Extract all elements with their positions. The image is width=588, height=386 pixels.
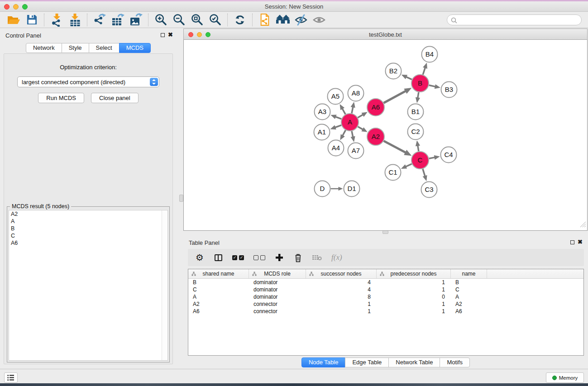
zoom-in-icon[interactable] bbox=[152, 13, 170, 27]
table-header: shared nameMCDS rolesuccessor nodesprede… bbox=[188, 269, 583, 279]
import-table-icon[interactable] bbox=[66, 13, 84, 27]
export-table-icon[interactable] bbox=[109, 13, 127, 27]
column-header-name[interactable]: name bbox=[451, 269, 487, 278]
home-icon[interactable] bbox=[274, 13, 292, 27]
table-row[interactable]: Bdominator41B bbox=[188, 279, 583, 286]
graph-node-label: A2 bbox=[372, 133, 380, 140]
zoom-selected-icon[interactable] bbox=[206, 13, 224, 27]
table-row[interactable]: A6connector11A6 bbox=[188, 308, 583, 315]
graph-edge-A-A1[interactable] bbox=[335, 125, 341, 128]
control-panel-tabs: NetworkStyleSelectMCDS bbox=[0, 43, 177, 53]
table-cell: 1 bbox=[377, 308, 451, 315]
result-item[interactable]: A6 bbox=[9, 239, 167, 247]
toolbar-separator bbox=[227, 14, 228, 26]
graph-edge-A-A3[interactable] bbox=[335, 117, 341, 119]
close-panel-icon[interactable]: ✖ bbox=[168, 31, 173, 38]
graph-node-label: A8 bbox=[352, 89, 360, 97]
search-icon bbox=[451, 17, 457, 24]
select-all-icon[interactable]: ✓✓ bbox=[232, 255, 244, 260]
graph-edge-B-B4[interactable] bbox=[423, 67, 425, 75]
table-cell: 4 bbox=[306, 279, 377, 286]
export-network-icon[interactable] bbox=[91, 13, 109, 27]
function-icon[interactable]: f(x) bbox=[331, 253, 342, 262]
settings-gear-icon[interactable]: ⚙ bbox=[195, 253, 204, 262]
graph-edge-A-A6[interactable] bbox=[358, 114, 363, 118]
table-cell: B bbox=[188, 279, 249, 286]
result-item[interactable]: A bbox=[9, 218, 167, 225]
table-cell: C bbox=[451, 286, 487, 293]
column-header-predecessor-nodes[interactable]: predecessor nodes bbox=[377, 269, 451, 278]
result-item[interactable]: B bbox=[9, 225, 167, 232]
float-panel-icon[interactable] bbox=[161, 33, 165, 37]
graph-edge-A-A5[interactable] bbox=[342, 108, 346, 114]
close-panel-button[interactable]: Close panel bbox=[91, 93, 139, 103]
eye-icon[interactable] bbox=[310, 13, 328, 27]
scrollbar-track[interactable] bbox=[162, 210, 167, 360]
column-header-shared-name[interactable]: shared name bbox=[188, 269, 249, 278]
dropdown-stepper-icon bbox=[150, 78, 158, 86]
delete-column-icon[interactable] bbox=[293, 253, 302, 262]
graph-edge-B-B2[interactable] bbox=[406, 76, 412, 79]
save-icon[interactable] bbox=[23, 13, 41, 27]
network-window: testGlobe.txt A5A8A3AA6A1A4A7A2B4B2BB3B1… bbox=[183, 29, 588, 231]
mcds-tab-content: Optimization criterion: largest connecte… bbox=[4, 53, 173, 364]
graph-edge-A-A4[interactable] bbox=[342, 130, 345, 136]
search-field[interactable] bbox=[447, 14, 582, 25]
graph-node-label: A7 bbox=[352, 147, 360, 154]
tab-edge-table[interactable]: Edge Table bbox=[345, 357, 389, 367]
table-row[interactable]: Adominator80A bbox=[188, 293, 583, 300]
status-bar: Memory bbox=[0, 369, 588, 383]
search-input[interactable] bbox=[459, 16, 577, 24]
graph-edge-A-A8[interactable] bbox=[352, 106, 353, 113]
main-titlebar: Session: New Session bbox=[0, 1, 588, 12]
graph-edge-A2-C[interactable] bbox=[384, 141, 406, 152]
result-item[interactable]: A2 bbox=[9, 210, 167, 218]
column-header-mcds-role[interactable]: MCDS role bbox=[249, 269, 306, 278]
duplicate-network-icon[interactable] bbox=[256, 13, 274, 27]
vertical-split-handle[interactable] bbox=[179, 195, 183, 202]
table-panel: Table Panel ✖ ⚙ ✓✓ f(x) shared nameMCDS … bbox=[183, 235, 588, 369]
delete-table-icon[interactable] bbox=[312, 254, 322, 261]
tab-node-table[interactable]: Node Table bbox=[301, 357, 346, 367]
graph-edge-B-B3[interactable] bbox=[429, 85, 436, 86]
tab-network[interactable]: Network bbox=[26, 43, 62, 53]
column-header-successor-nodes[interactable]: successor nodes bbox=[306, 269, 377, 278]
tab-style[interactable]: Style bbox=[62, 43, 89, 53]
table-row[interactable]: Cdominator41C bbox=[188, 286, 583, 293]
hide-eye-icon[interactable] bbox=[292, 13, 310, 27]
float-panel-icon[interactable] bbox=[570, 240, 574, 244]
graph-edge-A-A7[interactable] bbox=[352, 131, 353, 138]
export-image-icon[interactable] bbox=[127, 13, 145, 27]
result-item[interactable]: C bbox=[9, 232, 167, 239]
zoom-out-icon[interactable] bbox=[170, 13, 188, 27]
graph-edge-arrowhead bbox=[351, 102, 355, 108]
run-mcds-button[interactable]: Run MCDS bbox=[38, 93, 84, 103]
graph-edge-C-C2[interactable] bbox=[418, 145, 419, 152]
close-panel-icon[interactable]: ✖ bbox=[578, 238, 583, 245]
split-columns-icon[interactable] bbox=[214, 254, 223, 261]
open-folder-icon[interactable] bbox=[5, 13, 23, 27]
tab-mcds[interactable]: MCDS bbox=[119, 43, 151, 53]
import-network-icon[interactable] bbox=[48, 13, 66, 27]
horizontal-split-handle[interactable] bbox=[382, 230, 388, 234]
table-row[interactable]: A2connector11A2 bbox=[188, 300, 583, 308]
graph-edge-C-C1[interactable] bbox=[405, 164, 411, 167]
graph-edge-A6-B[interactable] bbox=[384, 91, 406, 103]
optimization-criterion-select[interactable]: largest connected component (directed) bbox=[17, 76, 159, 87]
graph-edge-C-C3[interactable] bbox=[423, 169, 425, 176]
graph-edge-C-C4[interactable] bbox=[429, 157, 435, 159]
add-column-icon[interactable] bbox=[275, 254, 284, 261]
refresh-icon[interactable] bbox=[231, 13, 249, 27]
graph-edge-B-B1[interactable] bbox=[418, 92, 419, 99]
tab-motifs[interactable]: Motifs bbox=[440, 357, 470, 367]
zoom-fit-icon[interactable] bbox=[188, 13, 206, 27]
deselect-all-icon[interactable] bbox=[253, 255, 265, 260]
table-cell: connector bbox=[249, 308, 306, 315]
resize-grip-icon[interactable] bbox=[579, 221, 586, 229]
graph-edge-A-A2[interactable] bbox=[358, 127, 363, 130]
task-history-button[interactable] bbox=[4, 372, 18, 383]
memory-button[interactable]: Memory bbox=[546, 372, 584, 383]
network-canvas[interactable]: A5A8A3AA6A1A4A7A2B4B2BB3B1C2CC4C1C3DD1 bbox=[183, 40, 588, 231]
tab-network-table[interactable]: Network Table bbox=[388, 357, 440, 367]
tab-select[interactable]: Select bbox=[89, 43, 120, 53]
